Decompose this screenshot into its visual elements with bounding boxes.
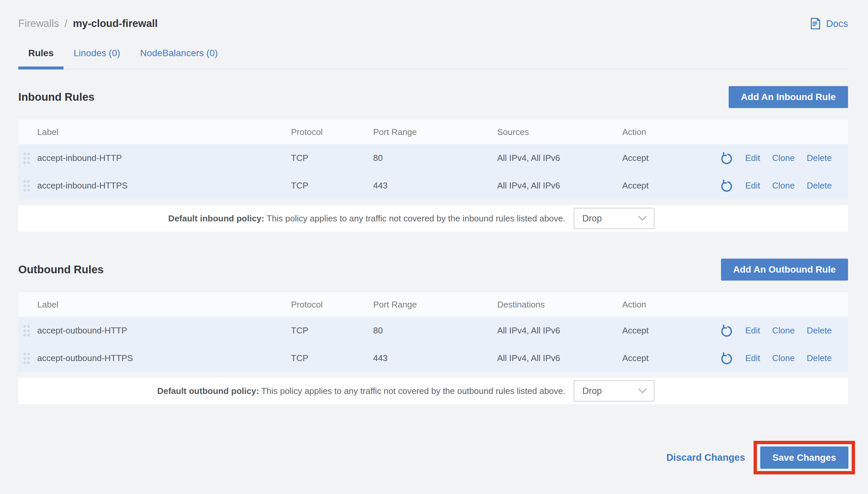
add-outbound-rule-button[interactable]: Add An Outbound Rule	[721, 259, 848, 281]
rule-action: Accept	[622, 153, 712, 163]
undo-icon[interactable]	[720, 152, 733, 165]
outbound-policy-description: This policy applies to any traffic not c…	[261, 386, 565, 396]
inbound-policy-select[interactable]: Drop	[574, 208, 655, 229]
save-changes-button[interactable]: Save Changes	[760, 446, 848, 469]
column-header-label: Label	[37, 300, 291, 310]
tab-linodes[interactable]: Linodes (0)	[63, 46, 130, 69]
outbound-policy-value: Drop	[582, 386, 602, 396]
column-header-destinations: Destinations	[497, 300, 622, 310]
column-header-sources: Sources	[497, 127, 622, 137]
column-header-protocol: Protocol	[291, 127, 373, 137]
clone-link[interactable]: Clone	[772, 353, 795, 363]
rule-protocol: TCP	[291, 325, 373, 336]
delete-link[interactable]: Delete	[807, 325, 832, 336]
inbound-policy-description: This policy applies to any traffic not c…	[267, 213, 566, 223]
inbound-section-header: Inbound Rules Add An Inbound Rule	[18, 86, 848, 108]
column-header-protocol: Protocol	[291, 300, 373, 310]
rule-label: accept-outbound-HTTP	[37, 325, 291, 336]
rule-sources: All IPv4, All IPv6	[497, 180, 622, 191]
rule-port: 443	[373, 353, 497, 363]
clone-link[interactable]: Clone	[772, 153, 795, 163]
rule-destinations: All IPv4, All IPv6	[497, 325, 622, 336]
delete-link[interactable]: Delete	[807, 153, 832, 163]
rule-label: accept-inbound-HTTPS	[37, 180, 291, 191]
drag-handle-icon[interactable]	[23, 352, 31, 365]
table-row: accept-inbound-HTTP TCP 80 All IPv4, All…	[18, 144, 848, 172]
edit-link[interactable]: Edit	[745, 353, 760, 363]
table-row: accept-inbound-HTTPS TCP 443 All IPv4, A…	[18, 172, 848, 200]
undo-icon[interactable]	[720, 179, 733, 192]
delete-link[interactable]: Delete	[807, 180, 832, 191]
table-row: accept-outbound-HTTP TCP 80 All IPv4, Al…	[18, 317, 848, 344]
docs-label: Docs	[826, 18, 848, 29]
outbound-rules-table: Label Protocol Port Range Destinations A…	[18, 292, 848, 404]
rule-protocol: TCP	[291, 353, 373, 363]
undo-icon[interactable]	[720, 352, 733, 365]
column-header-action: Action	[622, 300, 712, 310]
chevron-down-icon	[638, 386, 647, 396]
delete-link[interactable]: Delete	[807, 353, 832, 363]
rule-label: accept-outbound-HTTPS	[37, 353, 291, 363]
footer-actions: Discard Changes Save Changes	[18, 441, 848, 474]
edit-link[interactable]: Edit	[745, 153, 760, 163]
rule-protocol: TCP	[291, 153, 373, 163]
outbound-section-header: Outbound Rules Add An Outbound Rule	[18, 259, 848, 281]
rule-port: 80	[373, 153, 497, 163]
tab-rules[interactable]: Rules	[18, 46, 63, 69]
column-header-port-range: Port Range	[373, 127, 497, 137]
column-header-port-range: Port Range	[373, 300, 497, 310]
topbar: Firewalls / my-cloud-firewall Docs	[18, 16, 848, 31]
breadcrumb-firewalls-link[interactable]: Firewalls	[18, 18, 59, 29]
drag-handle-icon[interactable]	[23, 179, 31, 192]
breadcrumb: Firewalls / my-cloud-firewall	[18, 18, 158, 30]
tab-bar: Rules Linodes (0) NodeBalancers (0)	[18, 46, 848, 70]
outbound-policy-row: Default outbound policy: This policy app…	[18, 378, 848, 404]
breadcrumb-current: my-cloud-firewall	[73, 18, 158, 29]
chevron-down-icon	[638, 213, 647, 224]
drag-handle-icon[interactable]	[23, 152, 31, 165]
clone-link[interactable]: Clone	[772, 180, 795, 191]
column-header-action: Action	[622, 127, 712, 137]
add-inbound-rule-button[interactable]: Add An Inbound Rule	[729, 86, 848, 108]
rule-sources: All IPv4, All IPv6	[497, 153, 622, 163]
document-icon	[809, 17, 822, 30]
edit-link[interactable]: Edit	[745, 325, 760, 336]
inbound-policy-row: Default inbound policy: This policy appl…	[18, 205, 848, 232]
inbound-rules-table: Label Protocol Port Range Sources Action	[18, 120, 848, 232]
rule-label: accept-inbound-HTTP	[37, 153, 291, 163]
column-header-label: Label	[37, 127, 291, 137]
rule-action: Accept	[622, 353, 712, 363]
tab-nodebalancers[interactable]: NodeBalancers (0)	[130, 46, 227, 69]
discard-changes-link[interactable]: Discard Changes	[666, 452, 745, 463]
rule-port: 80	[373, 325, 497, 336]
undo-icon[interactable]	[720, 324, 733, 338]
rule-action: Accept	[622, 325, 712, 336]
rule-action: Accept	[622, 180, 712, 191]
rule-destinations: All IPv4, All IPv6	[497, 353, 622, 363]
outbound-rules-title: Outbound Rules	[18, 263, 104, 276]
outbound-policy-select[interactable]: Drop	[574, 380, 655, 402]
outbound-policy-label: Default outbound policy:	[157, 386, 259, 396]
clone-link[interactable]: Clone	[772, 325, 795, 336]
breadcrumb-separator: /	[64, 18, 68, 29]
rule-protocol: TCP	[291, 180, 373, 191]
inbound-rules-title: Inbound Rules	[18, 91, 94, 103]
table-row: accept-outbound-HTTPS TCP 443 All IPv4, …	[18, 344, 848, 372]
firewall-detail-page: Firewalls / my-cloud-firewall Docs	[0, 0, 868, 494]
rule-port: 443	[373, 180, 497, 191]
annotation-highlight: Save Changes	[754, 441, 855, 474]
drag-handle-icon[interactable]	[23, 324, 31, 337]
edit-link[interactable]: Edit	[745, 180, 760, 191]
inbound-table-header: Label Protocol Port Range Sources Action	[18, 120, 848, 144]
docs-link[interactable]: Docs	[809, 17, 848, 30]
inbound-policy-value: Drop	[582, 213, 602, 224]
inbound-policy-label: Default inbound policy:	[168, 213, 264, 223]
outbound-table-header: Label Protocol Port Range Destinations A…	[18, 292, 848, 317]
